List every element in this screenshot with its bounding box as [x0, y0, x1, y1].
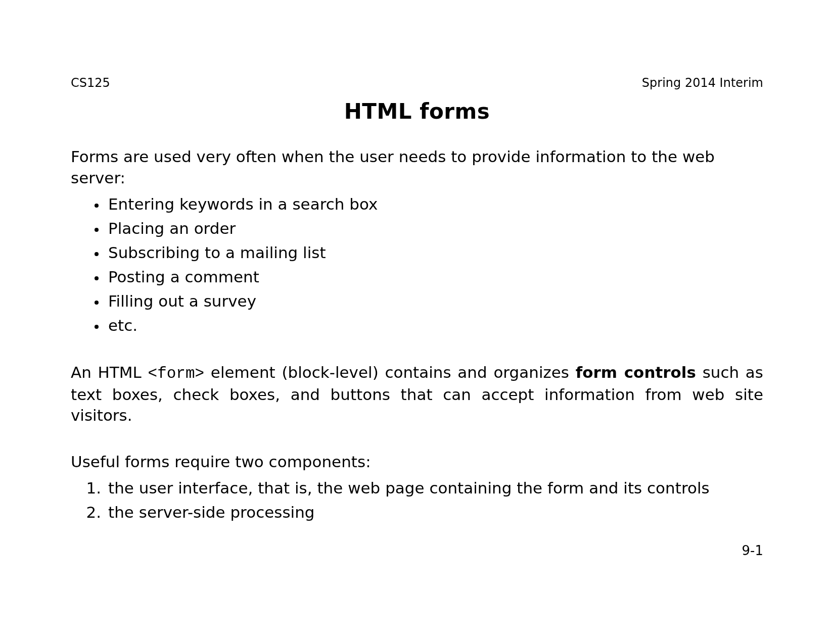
intro-text: Forms are used very often when the user … — [71, 146, 763, 189]
bold-form-controls: form controls — [576, 363, 696, 381]
list-item: etc. — [106, 316, 763, 334]
text-fragment: element (block-level) contains and organ… — [204, 363, 576, 381]
list-item: the user interface, that is, the web pag… — [106, 479, 763, 497]
slide-page: CS125 Spring 2014 Interim HTML forms For… — [0, 0, 834, 644]
text-fragment: An HTML — [71, 363, 148, 381]
list-item: Placing an order — [106, 219, 763, 237]
form-description: An HTML <form> element (block-level) con… — [71, 362, 763, 427]
code-form-tag: <form> — [148, 365, 205, 382]
term-label: Spring 2014 Interim — [642, 76, 763, 90]
header-row: CS125 Spring 2014 Interim — [71, 76, 763, 90]
list-item: Filling out a survey — [106, 292, 763, 310]
examples-list: Entering keywords in a search box Placin… — [71, 195, 763, 334]
list-item: Entering keywords in a search box — [106, 195, 763, 213]
components-list: the user interface, that is, the web pag… — [71, 479, 763, 521]
course-code: CS125 — [71, 76, 110, 90]
page-title: HTML forms — [71, 99, 763, 124]
list-item: Posting a comment — [106, 268, 763, 286]
list-item: the server-side processing — [106, 503, 763, 521]
page-number: 9-1 — [742, 543, 763, 558]
components-intro: Useful forms require two components: — [71, 452, 763, 473]
list-item: Subscribing to a mailing list — [106, 243, 763, 262]
